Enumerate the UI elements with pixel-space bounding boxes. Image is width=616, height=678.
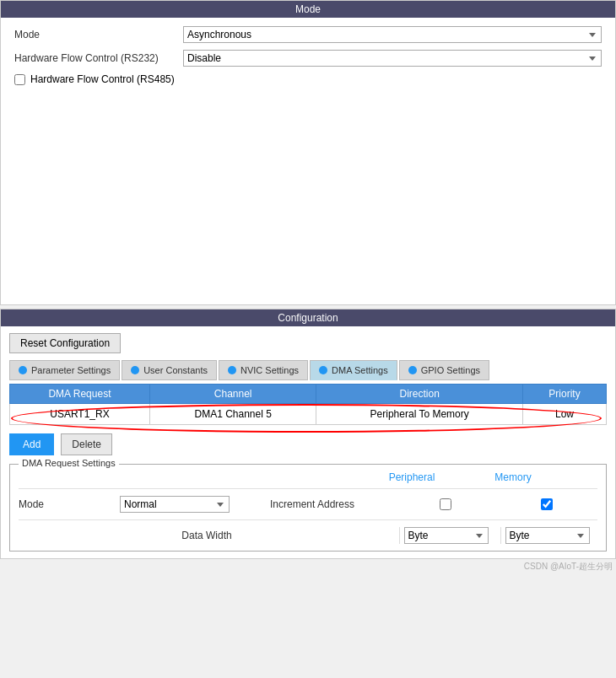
- dma-table-wrapper: DMA Request Channel Direction Priority U…: [9, 384, 607, 425]
- data-width-selects: Byte Half Word Word Byte Half Word Word: [395, 527, 597, 544]
- mode-settings-label: Mode: [19, 498, 120, 510]
- dma-settings-legend: DMA Request Settings: [19, 458, 119, 468]
- hw-flow-select[interactable]: Disable CTS Only RTS Only CTS/RTS: [183, 50, 602, 67]
- tab-label-nvic: NVIC Settings: [240, 365, 299, 375]
- peripheral-increment-col: [395, 498, 496, 510]
- memory-width-select[interactable]: Byte Half Word Word: [505, 527, 590, 544]
- settings-column-headers: Peripheral Memory: [19, 471, 597, 483]
- hw-flow-rs485-label: Hardware Flow Control (RS485): [30, 73, 175, 85]
- hw-flow-label: Hardware Flow Control (RS232): [14, 52, 183, 64]
- increment-address-label: Increment Address: [230, 498, 395, 510]
- table-row[interactable]: USART1_RX DMA1 Channel 5 Peripheral To M…: [10, 404, 607, 425]
- hw-flow-rs485-row: Hardware Flow Control (RS485): [14, 73, 602, 85]
- peripheral-width-select[interactable]: Byte Half Word Word: [404, 527, 489, 544]
- memory-increment-col: [496, 498, 597, 510]
- action-buttons: Add Delete: [9, 433, 607, 455]
- mode-content: Mode Asynchronous Synchronous Single Wir…: [1, 18, 615, 304]
- mode-settings-row: Mode Normal Circular Increment Address: [19, 488, 597, 513]
- add-button[interactable]: Add: [9, 433, 54, 455]
- dma-request-settings-box: DMA Request Settings Peripheral Memory M…: [9, 464, 607, 552]
- tab-dot-gpio: [408, 366, 417, 374]
- mode-select[interactable]: Asynchronous Synchronous Single Wire (Ha…: [183, 26, 602, 43]
- watermark: CSDN @AIoT-超生分明: [0, 559, 616, 574]
- tab-dma-settings[interactable]: DMA Settings: [310, 360, 397, 380]
- tab-dot-parameter: [19, 366, 27, 374]
- tab-dot-nvic: [228, 366, 236, 374]
- tab-label-user: User Constants: [143, 365, 208, 375]
- data-width-row: Data Width Byte Half Word Word Byte Half…: [19, 519, 597, 544]
- tab-label-dma: DMA Settings: [332, 365, 388, 375]
- peripheral-increment-checkbox[interactable]: [440, 498, 451, 510]
- config-section: Configuration Reset Configuration Parame…: [0, 309, 616, 559]
- tab-nvic-settings[interactable]: NVIC Settings: [219, 360, 308, 380]
- mode-section: Mode Mode Asynchronous Synchronous Singl…: [0, 0, 616, 305]
- col-header-channel: Channel: [149, 385, 316, 404]
- tab-dot-dma: [319, 366, 327, 374]
- tab-label-gpio: GPIO Settings: [421, 365, 480, 375]
- peripheral-col-header: Peripheral: [361, 471, 462, 483]
- tab-parameter-settings[interactable]: Parameter Settings: [9, 360, 120, 380]
- data-width-label: Data Width: [19, 530, 395, 541]
- cell-direction: Peripheral To Memory: [316, 404, 523, 425]
- tab-label-parameter: Parameter Settings: [31, 365, 111, 375]
- memory-col-header: Memory: [462, 471, 564, 483]
- tab-gpio-settings[interactable]: GPIO Settings: [399, 360, 489, 380]
- col-header-dma-request: DMA Request: [10, 385, 150, 404]
- dma-table: DMA Request Channel Direction Priority U…: [9, 384, 607, 425]
- config-section-header: Configuration: [1, 309, 615, 326]
- config-content: Reset Configuration Parameter Settings U…: [1, 326, 615, 558]
- mode-section-header: Mode: [1, 1, 615, 18]
- reset-config-button[interactable]: Reset Configuration: [9, 333, 121, 353]
- config-tabs: Parameter Settings User Constants NVIC S…: [9, 360, 607, 380]
- memory-width-wrap: Byte Half Word Word: [500, 527, 593, 544]
- hw-flow-row: Hardware Flow Control (RS232) Disable CT…: [14, 50, 602, 67]
- tab-dot-user: [131, 366, 139, 374]
- col-header-priority: Priority: [522, 385, 606, 404]
- memory-increment-checkbox[interactable]: [541, 498, 553, 510]
- mode-row: Mode Asynchronous Synchronous Single Wir…: [14, 26, 602, 43]
- dma-table-header-row: DMA Request Channel Direction Priority: [10, 385, 607, 404]
- mode-label: Mode: [14, 29, 183, 40]
- cell-channel: DMA1 Channel 5: [149, 404, 316, 425]
- cell-dma-request: USART1_RX: [10, 404, 150, 425]
- hw-flow-rs485-checkbox[interactable]: [14, 74, 25, 85]
- mode-settings-select[interactable]: Normal Circular: [120, 496, 230, 513]
- delete-button[interactable]: Delete: [61, 433, 112, 455]
- increment-checkboxes: [395, 498, 597, 510]
- cell-priority: Low: [522, 404, 606, 425]
- tab-user-constants[interactable]: User Constants: [122, 360, 217, 380]
- col-header-direction: Direction: [316, 385, 523, 404]
- peripheral-width-wrap: Byte Half Word Word: [399, 527, 492, 544]
